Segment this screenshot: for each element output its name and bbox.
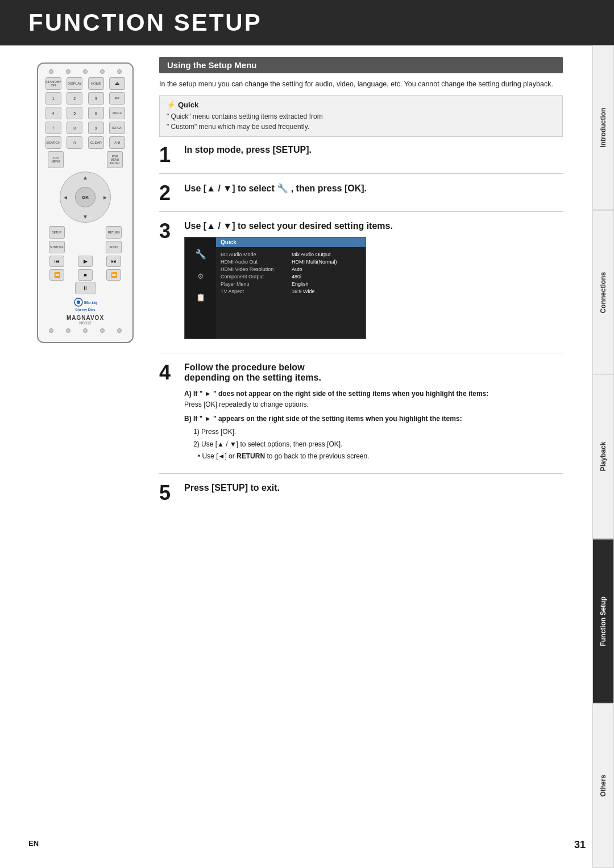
step-4-content: Follow the procedure below depending on … — [184, 362, 563, 465]
sidebar-tab-introduction[interactable]: Introduction — [592, 45, 614, 210]
remote-dot-4 — [100, 69, 105, 74]
page-title: FUNCTION SETUP — [28, 9, 262, 36]
step-2-content: Use [▲ / ▼] to select 🔧 , then press [OK… — [184, 183, 563, 195]
btn-1: 1 — [45, 92, 61, 105]
step4-a-label: A) — [184, 390, 193, 398]
intro-text: In the setup menu you can change the set… — [159, 79, 563, 90]
step-5-content: Press [SETUP] to exit. — [184, 483, 563, 494]
remote-bot-dot-4 — [100, 328, 105, 333]
pause-btn: ⏸ — [75, 282, 96, 294]
setup-btn: SETUP — [49, 226, 65, 239]
btn-clear: CLEAR — [88, 136, 104, 149]
btn-3: 3 — [88, 92, 104, 105]
sidebar-tab-playback[interactable]: Playback — [592, 374, 614, 539]
wrench-icon: 🔧 — [277, 183, 288, 193]
step-3-number: 3 — [159, 221, 176, 241]
remote-bot-dot-5 — [117, 328, 122, 333]
language-code: EN — [28, 839, 39, 851]
bluray-text: Blu-ray Disc — [43, 308, 128, 311]
step-2-number: 2 — [159, 183, 176, 203]
bluray-logo: Blu-ray Blu-ray Disc — [43, 298, 128, 311]
step-1-content: In stop mode, press [SETUP]. — [184, 145, 563, 156]
menu-label-1: HDMI Audio Out — [221, 259, 290, 265]
step-4-title: Follow the procedure below depending on … — [184, 362, 563, 383]
menu-label-5: TV Aspect — [221, 289, 290, 294]
step-3: 3 Use [▲ / ▼] to select your desired set… — [159, 221, 563, 353]
remote-sub-audio-row: SUBTITLE AUDIO — [43, 241, 128, 253]
step4-b-label: B) — [184, 415, 193, 423]
btn-repeat: REPEAT — [109, 122, 125, 134]
step4-b-bullet: • Use [◄] or RETURN to go back to the pr… — [198, 451, 563, 462]
btn-ff: FF — [109, 92, 125, 105]
remote-num-row3: 7 8 9 REPEAT — [43, 122, 128, 134]
subtitle-btn: SUBTITLE — [49, 241, 65, 253]
quick-title: ⚡ Quick — [167, 101, 555, 109]
pop-menu-btn: POP MENU /DETAIL — [107, 151, 123, 168]
menu-value-3: 480i — [292, 274, 361, 279]
page-footer: EN 31 — [0, 839, 614, 851]
btn-8: 8 — [67, 122, 82, 134]
remote-num-row4: SEARCH 0 CLEAR A-B — [43, 136, 128, 149]
menu-label-4: Player Menu — [221, 281, 290, 287]
menu-wrench-icon: 🔧 — [195, 249, 206, 260]
menu-value-4: English — [292, 281, 361, 287]
menu-items-grid: BD Audio Mode Mix Audio Output HDMI Audi… — [216, 247, 366, 299]
top-menu-btn: TOP MENU — [48, 151, 64, 168]
menu-label-0: BD Audio Mode — [221, 252, 290, 257]
model-number: NB812 — [43, 321, 128, 325]
main-content: STANDBY ON DISPLAY HOME ⏏ 1 2 3 FF 4 5 6… — [0, 45, 614, 868]
step-4-number: 4 — [159, 362, 176, 383]
btn-9: 9 — [88, 122, 104, 134]
btn-2: 2 — [67, 92, 82, 105]
btn-ab: A-B — [109, 136, 125, 149]
step-4: 4 Follow the procedure below depending o… — [159, 362, 563, 474]
remote-menu-row: TOP MENU POP MENU /DETAIL — [43, 151, 128, 168]
fwd-btn: ⏩ — [106, 269, 121, 281]
step-2-title: Use [▲ / ▼] to select 🔧 , then press [OK… — [184, 183, 563, 194]
prev-btn: ⏮ — [49, 256, 64, 267]
btn-5: 5 — [67, 107, 82, 119]
remote-control: STANDBY ON DISPLAY HOME ⏏ 1 2 3 FF 4 5 6… — [37, 62, 134, 343]
svg-text:Blu-ray: Blu-ray — [84, 301, 97, 305]
quick-line1: " Quick" menu contains setting items ext… — [167, 111, 555, 132]
remote-setup-row: SETUP RETURN — [43, 226, 128, 239]
btn-0: 0 — [67, 136, 82, 149]
standby-btn: STANDBY ON — [45, 77, 61, 90]
step-5-title: Press [SETUP] to exit. — [184, 483, 563, 493]
step-3-content: Use [▲ / ▼] to select your desired setti… — [184, 221, 563, 345]
remote-bottom-indicators — [43, 328, 128, 333]
menu-value-2: Auto — [292, 266, 361, 272]
brand-name: MAGNAVOX — [43, 315, 128, 321]
remote-dot-3 — [83, 69, 88, 74]
remote-dot-2 — [66, 69, 70, 74]
nav-up-arrow: ▲ — [82, 174, 88, 181]
quick-box: ⚡ Quick " Quick" menu contains setting i… — [159, 95, 563, 137]
left-panel: STANDBY ON DISPLAY HOME ⏏ 1 2 3 FF 4 5 6… — [28, 57, 142, 857]
btn-7: 7 — [45, 122, 61, 134]
nav-cluster: ▲ ▼ ◄ ► OK — [60, 172, 111, 223]
remote-bot-dot-3 — [83, 328, 88, 333]
right-panel: Using the Setup Menu In the setup menu y… — [159, 57, 586, 857]
display-btn: DISPLAY — [67, 77, 82, 90]
transport-controls-2: ⏪ ■ ⏩ — [43, 269, 128, 281]
step-5-number: 5 — [159, 483, 176, 503]
btn-4: 4 — [45, 107, 61, 119]
page-title-banner: FUNCTION SETUP — [0, 0, 614, 45]
sidebar-tab-connections[interactable]: Connections — [592, 210, 614, 375]
section-header: Using the Setup Menu — [159, 57, 563, 73]
menu-right-panel: Quick BD Audio Mode Mix Audio Output HDM… — [216, 237, 366, 339]
next-btn: ⏭ — [106, 256, 121, 267]
remote-top-row: STANDBY ON DISPLAY HOME ⏏ — [43, 77, 128, 90]
rew-btn: ⏪ — [49, 269, 64, 281]
menu-tab-label: Quick — [216, 237, 366, 247]
nav-right-arrow: ► — [102, 194, 108, 201]
step4-a-action: Press [OK] repeatedly to change options. — [184, 400, 309, 408]
step-3-title: Use [▲ / ▼] to select your desired setti… — [184, 221, 563, 231]
btn-6: 6 — [88, 107, 104, 119]
right-sidebar: Introduction Connections Playback Functi… — [592, 45, 614, 868]
step-1: 1 In stop mode, press [SETUP]. — [159, 145, 563, 174]
btn-angle: ANGLE — [109, 107, 125, 119]
sidebar-tab-function-setup[interactable]: Function Setup — [592, 539, 614, 704]
nav-left-arrow: ◄ — [63, 194, 68, 201]
eject-btn: ⏏ — [109, 77, 125, 90]
